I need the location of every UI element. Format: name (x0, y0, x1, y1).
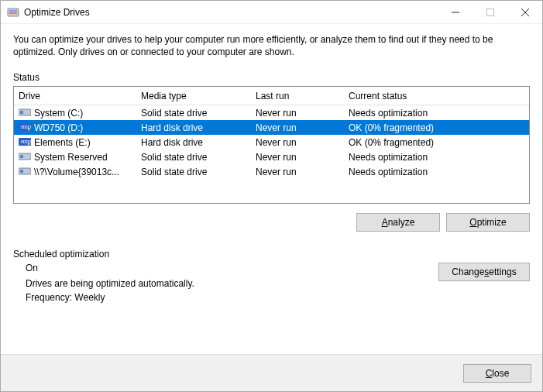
drive-row[interactable]: HDDWD750 (D:)Hard disk driveNever runOK … (14, 120, 529, 135)
drive-media: Solid state drive (141, 108, 256, 119)
svg-text:HDD: HDD (21, 125, 31, 129)
change-settings-button[interactable]: Change settings (438, 263, 530, 281)
drive-icon: HDD (19, 122, 31, 133)
drive-lastrun: Never run (256, 122, 349, 133)
drive-media: Hard disk drive (141, 122, 256, 133)
drive-row[interactable]: \\?\Volume{39013c...Solid state driveNev… (14, 164, 529, 179)
drive-status: OK (0% fragmented) (349, 137, 524, 148)
drive-icon (19, 167, 31, 177)
drive-status: OK (0% fragmented) (349, 122, 524, 133)
drive-status: Needs optimization (349, 152, 524, 163)
status-label: Status (13, 72, 530, 83)
drive-icon (19, 108, 31, 119)
drive-row[interactable]: System (C:)Solid state driveNever runNee… (14, 105, 529, 120)
optimize-button[interactable]: Optimize (446, 213, 530, 232)
drive-icon (19, 152, 31, 163)
scheduled-line1: Drives are being optimized automatically… (26, 278, 429, 289)
drive-list[interactable]: Drive Media type Last run Current status… (13, 86, 530, 204)
svg-rect-4 (486, 9, 493, 15)
analyze-button[interactable]: Analyze (356, 213, 440, 232)
drive-icon: HDD (19, 137, 31, 148)
description-text: You can optimize your drives to help you… (13, 33, 530, 58)
window-title: Optimize Drives (24, 7, 90, 18)
close-window-button[interactable] (507, 1, 542, 24)
svg-text:HDD: HDD (21, 139, 31, 144)
scheduled-line2: Frequency: Weekly (26, 292, 429, 303)
drive-lastrun: Never run (256, 137, 349, 148)
drive-media: Solid state drive (141, 167, 256, 177)
drive-name: System Reserved (34, 152, 108, 163)
titlebar: Optimize Drives (1, 1, 542, 24)
drive-name: \\?\Volume{39013c... (34, 167, 119, 177)
drive-status: Needs optimization (349, 167, 524, 177)
drive-name: WD750 (D:) (34, 122, 83, 133)
col-header-drive[interactable]: Drive (19, 91, 141, 101)
svg-rect-1 (9, 10, 17, 12)
drive-name: Elements (E:) (34, 137, 91, 148)
app-icon (7, 6, 19, 19)
col-header-lastrun[interactable]: Last run (256, 91, 349, 101)
scheduled-on: On (26, 263, 429, 273)
drive-name: System (C:) (34, 108, 83, 119)
svg-rect-18 (20, 170, 23, 173)
svg-rect-2 (9, 12, 17, 14)
maximize-button[interactable] (473, 1, 507, 24)
minimize-button[interactable] (438, 1, 473, 24)
drive-row[interactable]: HDDElements (E:)Hard disk driveNever run… (14, 135, 529, 150)
svg-rect-8 (20, 111, 23, 114)
scheduled-label: Scheduled optimization (13, 249, 530, 260)
drive-lastrun: Never run (256, 152, 349, 163)
footer: Close (1, 354, 542, 391)
drive-media: Solid state drive (141, 152, 256, 163)
drive-status: Needs optimization (349, 108, 524, 119)
list-header: Drive Media type Last run Current status (14, 87, 529, 105)
close-button[interactable]: Close (463, 364, 531, 383)
drive-row[interactable]: System ReservedSolid state driveNever ru… (14, 150, 529, 164)
col-header-status[interactable]: Current status (349, 91, 524, 101)
drive-lastrun: Never run (256, 108, 349, 119)
col-header-media[interactable]: Media type (141, 91, 256, 101)
svg-rect-16 (20, 155, 23, 158)
drive-lastrun: Never run (256, 167, 349, 177)
drive-media: Hard disk drive (141, 137, 256, 148)
